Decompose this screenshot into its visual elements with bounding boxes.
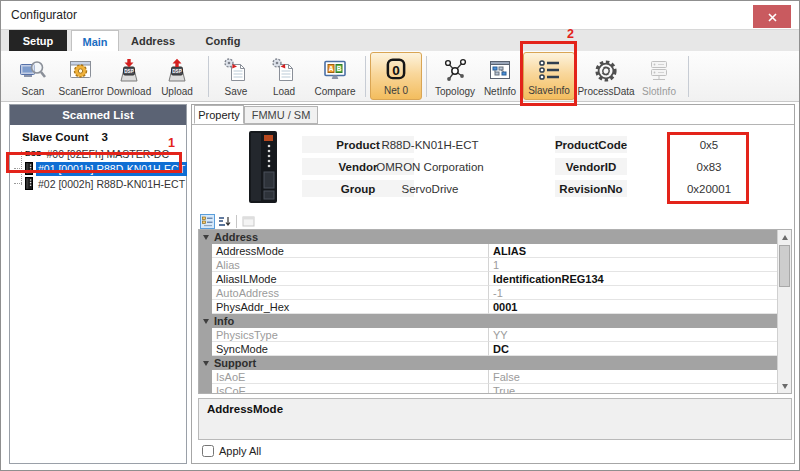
upload-button[interactable]: DSP Upload [155, 53, 199, 100]
product-value: R88D-KN01H-ECT [368, 136, 492, 153]
tab-address[interactable]: Address [123, 30, 183, 52]
property-row[interactable]: AutoAddress-1 [199, 286, 777, 300]
compare-button[interactable]: A B Compare [309, 53, 361, 100]
save-button[interactable]: Save [215, 53, 257, 100]
configurator-window: Configurator Setup Main Address Config [0, 0, 800, 471]
chevron-down-icon [203, 361, 209, 366]
slotinfo-button: SlotInfo [637, 53, 681, 100]
alphabetical-sort-button[interactable] [217, 214, 232, 229]
property-row[interactable]: IsCoETrue [199, 384, 777, 394]
property-row[interactable]: Alias1 [199, 258, 777, 272]
toolbar-separator [208, 56, 209, 97]
close-icon [768, 8, 777, 26]
tab-fmmu-sm[interactable]: FMMU / SM [244, 106, 318, 124]
property-row[interactable]: PhysicsTypeYY [199, 328, 777, 342]
slave-info-panel: Property FMMU / SM Product Vendor Group … [191, 104, 795, 464]
scroll-down-button[interactable] [778, 379, 791, 393]
toolbar-separator [426, 56, 427, 97]
apply-all-label: Apply All [219, 445, 261, 457]
net0-button[interactable]: 0 Net 0 [370, 52, 422, 100]
scanned-list-header: Scanned List [10, 105, 186, 125]
svg-text:A: A [329, 65, 334, 72]
ecs-master-icon: ECS [25, 149, 41, 158]
topology-icon [441, 56, 469, 86]
svg-text:B: B [337, 65, 342, 72]
chevron-down-icon [203, 235, 209, 240]
slave-count: Slave Count 3 [22, 131, 186, 143]
servo-drive-icon [25, 162, 33, 175]
processdata-icon [592, 56, 620, 86]
revisionno-label: RevisionNo [555, 180, 627, 197]
property-description: AddressMode [198, 398, 792, 440]
property-grid: Address AddressModeALIAS Alias1 AliasILM… [198, 229, 792, 394]
productcode-label: ProductCode [555, 136, 627, 153]
scroll-up-button[interactable] [778, 230, 791, 244]
toolbar-separator [365, 56, 366, 97]
load-icon [270, 56, 298, 86]
property-row[interactable]: AliasILModeIdentificationREG134 [199, 272, 777, 286]
device-image [245, 130, 281, 208]
servo-drive-icon [25, 177, 33, 190]
slaveinfo-button[interactable]: SlaveInfo [523, 52, 575, 100]
category-row[interactable]: Address [199, 230, 777, 244]
group-value: ServoDrive [368, 180, 492, 197]
productcode-value: 0x5 [678, 136, 740, 153]
scanned-list-panel: Scanned List Slave Count 3 ECS #00 [02EF… [9, 104, 187, 464]
tab-property[interactable]: Property [194, 105, 244, 124]
scanerror-button[interactable]: ScanError [55, 53, 107, 100]
tab-setup[interactable]: Setup [9, 30, 67, 52]
scrollbar-thumb[interactable] [779, 245, 790, 287]
close-button[interactable] [753, 5, 791, 28]
download-button[interactable]: DSP Download [105, 53, 153, 100]
title-bar: Configurator [1, 1, 799, 29]
toolbar-separator [688, 56, 689, 97]
annotation-number-2: 2 [567, 27, 574, 41]
tab-main[interactable]: Main [71, 30, 119, 52]
vendor-value: OMRON Corporation [368, 158, 492, 175]
apply-all-row: Apply All [202, 445, 261, 457]
main-toolbar: Scan ScanError DSP [1, 51, 799, 102]
ribbon-tabstrip: Setup Main Address Config [1, 29, 799, 51]
property-grid-scrollbar[interactable] [777, 230, 791, 393]
processdata-button[interactable]: ProcessData [580, 53, 632, 100]
window-title: Configurator [11, 8, 77, 22]
load-button[interactable]: Load [263, 53, 305, 100]
scan-button[interactable]: Scan [13, 53, 53, 100]
topology-button[interactable]: Topology [431, 53, 479, 100]
revisionno-value: 0x20001 [678, 180, 740, 197]
categorized-view-button[interactable] [200, 214, 215, 229]
upload-icon: DSP [163, 56, 191, 86]
chevron-down-icon [203, 319, 209, 324]
property-row[interactable]: PhysAddr_Hex0001 [199, 300, 777, 314]
property-row[interactable]: SyncModeDC [199, 342, 777, 356]
scan-icon [19, 56, 47, 86]
apply-all-checkbox[interactable] [202, 445, 214, 457]
tree-item-slave-01[interactable]: #01 [0001h] R88D-KN01H-ECT [10, 161, 186, 176]
svg-text:DSP: DSP [124, 69, 133, 74]
download-icon: DSP [115, 56, 143, 86]
property-grid-toolbar [198, 214, 792, 229]
property-pages-button [241, 214, 256, 229]
svg-text:DSP: DSP [172, 69, 181, 74]
category-row[interactable]: Support [199, 356, 777, 370]
compare-icon: A B [321, 56, 349, 86]
save-icon [222, 56, 250, 86]
property-row[interactable]: IsAoEFalse [199, 370, 777, 384]
tree-item-slave-02[interactable]: #02 [0002h] R88D-KN01H-ECT [10, 176, 186, 191]
netinfo-icon [486, 56, 514, 86]
vendorid-label: VendorID [555, 158, 627, 175]
annotation-number-1: 1 [168, 136, 175, 150]
scanerror-icon [67, 56, 95, 86]
vendorid-value: 0x83 [678, 158, 740, 175]
svg-text:0: 0 [392, 63, 400, 78]
property-row[interactable]: AddressModeALIAS [199, 244, 777, 258]
slotinfo-icon [645, 56, 673, 86]
netinfo-button[interactable]: NetInfo [479, 53, 521, 100]
slaveinfo-icon [535, 55, 563, 85]
tree-connector [21, 151, 22, 185]
tab-config[interactable]: Config [195, 30, 251, 52]
tree-item-master[interactable]: ECS #00 [02EFh] MASTER-DC [10, 146, 186, 161]
category-row[interactable]: Info [199, 314, 777, 328]
net0-icon: 0 [383, 55, 409, 85]
